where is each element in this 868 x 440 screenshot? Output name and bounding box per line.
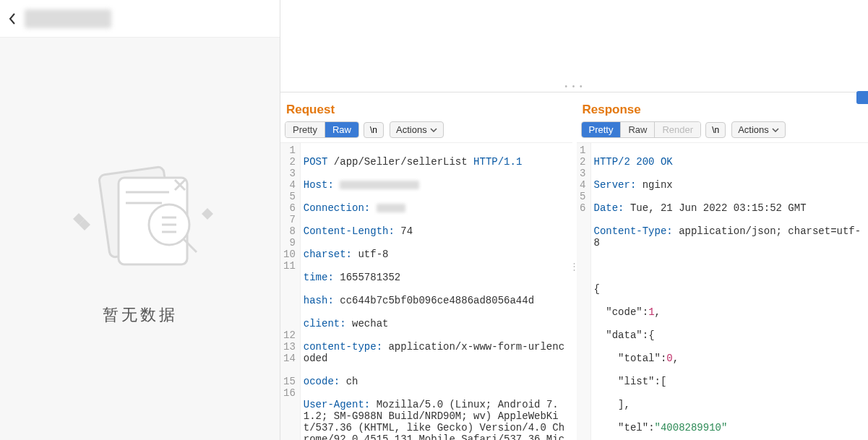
request-code[interactable]: 12345678910111213141516 POST /app/Seller… (280, 143, 572, 440)
request-title: Request (280, 92, 572, 121)
newline-toggle[interactable]: \n (705, 122, 726, 138)
left-panel: 暂无数据 (0, 0, 280, 440)
request-actions-menu[interactable]: Actions (390, 121, 444, 138)
left-title-redacted (25, 9, 111, 28)
request-gutter: 12345678910111213141516 (280, 143, 301, 440)
tab-raw[interactable]: Raw (620, 122, 654, 137)
top-blank-area: • • • (280, 0, 868, 92)
svg-marker-13 (202, 208, 213, 220)
actions-label: Actions (738, 124, 769, 135)
response-actions-menu[interactable]: Actions (731, 121, 786, 138)
panel-badge-icon[interactable] (856, 91, 868, 104)
redacted-connection (377, 204, 405, 212)
empty-illustration (61, 152, 220, 282)
request-code-text: POST /app/Seller/sellerList HTTP/1.1 Hos… (301, 143, 572, 440)
response-code[interactable]: 123456 HTTP/2 200 OK Server: nginx Date:… (577, 143, 869, 440)
empty-text: 暂无数据 (103, 304, 178, 326)
tab-pretty[interactable]: Pretty (582, 122, 621, 137)
tab-render[interactable]: Render (654, 122, 700, 137)
app-root: 暂无数据 • • • Request Pretty Raw \n Actions (0, 0, 868, 440)
request-tabs: Pretty Raw \n Actions (280, 121, 572, 143)
response-panel: Response Pretty Raw Render \n Actions (577, 92, 869, 440)
back-button[interactable] (6, 12, 19, 25)
response-view-segment: Pretty Raw Render (581, 121, 702, 138)
panels-row: Request Pretty Raw \n Actions 1234567891… (280, 92, 868, 440)
response-gutter: 123456 (577, 143, 591, 440)
request-panel: Request Pretty Raw \n Actions 1234567891… (280, 92, 572, 440)
tab-pretty[interactable]: Pretty (285, 122, 325, 137)
newline-toggle[interactable]: \n (364, 122, 384, 138)
horizontal-drag-handle[interactable]: • • • (564, 82, 583, 90)
tab-raw[interactable]: Raw (325, 122, 358, 137)
response-title: Response (577, 92, 869, 121)
chevron-left-icon (8, 12, 17, 25)
response-code-text: HTTP/2 200 OK Server: nginx Date: Tue, 2… (591, 143, 869, 440)
right-side: • • • Request Pretty Raw \n Actions (280, 0, 868, 440)
redacted-host (340, 181, 419, 189)
empty-state: 暂无数据 (0, 38, 280, 440)
actions-label: Actions (396, 124, 427, 135)
response-tabs: Pretty Raw Render \n Actions (577, 121, 869, 143)
chevron-down-icon (772, 128, 779, 132)
left-header (0, 0, 280, 38)
request-view-segment: Pretty Raw (285, 121, 359, 138)
chevron-down-icon (430, 128, 437, 132)
